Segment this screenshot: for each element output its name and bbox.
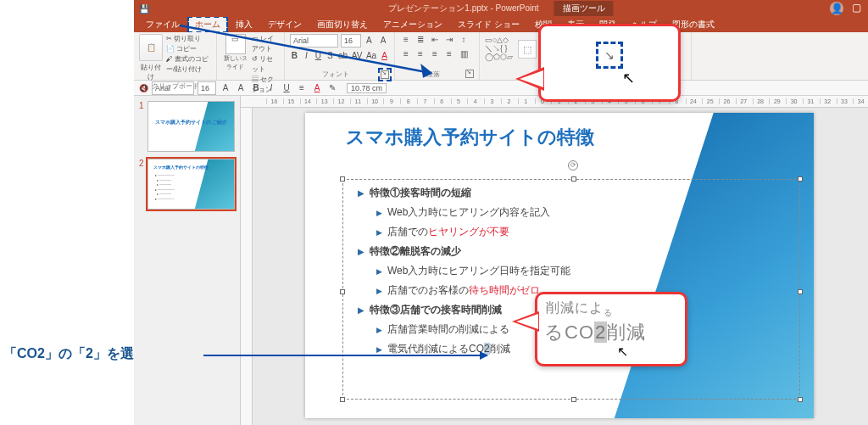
mini-underline-icon[interactable]: U <box>281 82 292 94</box>
justify-button[interactable]: ≡ <box>443 48 455 60</box>
columns-button[interactable]: ▥ <box>458 48 470 60</box>
mini-align-icon[interactable]: ≡ <box>296 82 308 94</box>
slide-thumbnails: 1 スマホ購入予約サイトの ご紹介 2 スマホ購入予約サイトの特徴 ▸ ────… <box>134 96 241 425</box>
thumb-body: ▸ ─────── ▸ ───── ▸ ─────▸ ─────── ▸ ───… <box>155 173 175 202</box>
save-icon[interactable]: 💾 <box>139 4 149 14</box>
handle[interactable] <box>340 289 345 294</box>
dialog-launcher-zoom-icon: ↘ <box>596 42 623 69</box>
selected-char: 2 <box>594 322 607 343</box>
powerpoint-window: 💾 プレゼンテーション1.pptx - PowerPoint 描画ツール 👤 ▢… <box>134 0 868 425</box>
mini-highlight-icon[interactable]: ✎ <box>326 82 338 94</box>
callout-dialog-launcher-zoom: ↘ ↖ <box>538 24 681 102</box>
handle[interactable] <box>340 176 345 182</box>
ribbon-options-icon[interactable]: ▢ <box>852 2 861 15</box>
thumb-title: スマホ購入予約サイトの ご紹介 <box>155 119 228 126</box>
handle[interactable] <box>571 176 576 182</box>
mini-color-icon[interactable]: A <box>311 82 323 94</box>
arrange-button[interactable]: ⬚ <box>518 40 537 59</box>
slide-canvas[interactable]: スマホ購入予約サイトの特徴 ⟳ 特徴①接客時間の短縮 Web入力時にヒアリング内… <box>305 113 814 418</box>
list-item[interactable]: 特徴①接客時間の短縮 <box>358 186 570 200</box>
workspace: 1 スマホ購入予約サイトの ご紹介 2 スマホ購入予約サイトの特徴 ▸ ────… <box>134 96 868 425</box>
user-avatar[interactable]: 👤 <box>830 2 843 15</box>
title-bar: 💾 プレゼンテーション1.pptx - PowerPoint 描画ツール 👤 ▢ <box>134 0 868 17</box>
cursor-icon: ↖ <box>622 69 635 87</box>
file-name: プレゼンテーション1.pptx - PowerPoint <box>388 3 538 14</box>
indent-inc-button[interactable]: ⇥ <box>443 34 455 46</box>
thumb-1[interactable]: 1 スマホ購入予約サイトの ご紹介 <box>139 101 235 152</box>
cursor-icon: ↖ <box>617 344 628 360</box>
list-item[interactable]: Web入力時にヒアリング内容を記入 <box>358 205 570 220</box>
handle[interactable] <box>798 397 803 402</box>
para-dialog-launcher[interactable] <box>465 70 474 78</box>
clipboard-group-label: クリップボード <box>139 81 211 91</box>
list-item[interactable]: 特徴②離脱客の減少 <box>358 244 570 259</box>
width-readout: 10.78 cm <box>347 83 387 93</box>
vertical-ruler <box>241 108 253 425</box>
tab-slideshow[interactable]: スライド ショー <box>451 17 526 32</box>
slide-editor: 1615141312111098765432101234567824252627… <box>241 96 868 425</box>
slide-title[interactable]: スマホ購入予約サイトの特徴 <box>346 125 594 150</box>
arrow-label-to-co2 <box>203 355 487 356</box>
paste-button[interactable]: 📋 <box>139 34 163 61</box>
thumb-title: スマホ購入予約サイトの特徴 <box>153 165 209 170</box>
thumb-2[interactable]: 2 スマホ購入予約サイトの特徴 ▸ ─────── ▸ ───── ▸ ────… <box>139 159 235 210</box>
thumb-number: 1 <box>139 101 144 152</box>
shapes-gallery[interactable]: ▭○△◇＼↘{ }◯⬠⬡▱ <box>485 36 513 62</box>
callout-text-zoom: 削減による るCO2削減 ↖ <box>535 292 687 366</box>
list-item[interactable]: Web入力時にヒアリング日時を指定可能 <box>358 264 570 278</box>
line-spacing-button[interactable]: ↕ <box>458 34 470 46</box>
thumb-number: 2 <box>139 159 144 210</box>
paste-label: 貼り付け <box>139 63 163 81</box>
arrow-home-to-launcher <box>176 22 439 81</box>
rotate-handle[interactable]: ⟳ <box>568 160 578 171</box>
svg-marker-1 <box>422 66 431 76</box>
list-item[interactable]: 店舗でのヒヤリングが不要 <box>358 225 570 239</box>
handle[interactable] <box>571 397 576 402</box>
handle[interactable] <box>798 289 803 294</box>
handle[interactable] <box>340 397 345 402</box>
handle[interactable] <box>798 176 803 182</box>
context-tool-label: 描画ツール <box>554 1 614 16</box>
instruction-label: 「CO2」の「2」を選択 <box>3 345 147 363</box>
svg-line-0 <box>180 25 431 73</box>
